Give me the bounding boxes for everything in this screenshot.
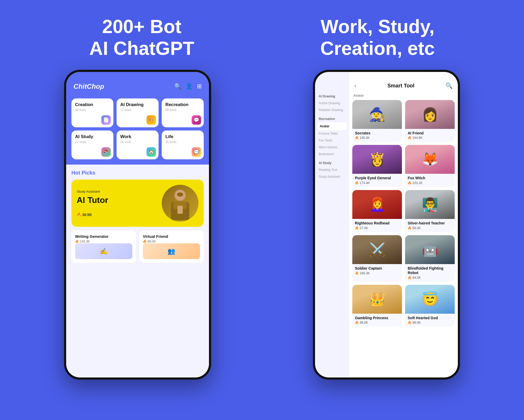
virtual-count: 🔥 68.0K bbox=[143, 240, 200, 243]
user-icon[interactable]: 👤 bbox=[186, 83, 193, 90]
card-count: 🔥 195.0K bbox=[355, 136, 399, 140]
grid-icon[interactable]: ⊞ bbox=[197, 83, 202, 90]
sidebar-item-realistic[interactable]: Realistic Drawing bbox=[315, 107, 349, 113]
category-life[interactable]: Life 30 tools 💬 bbox=[162, 130, 204, 159]
avatar-card[interactable]: 👸 Purple Eyed General 🔥 174.4K bbox=[352, 145, 402, 187]
recreation-sub: 56 tools bbox=[165, 108, 200, 112]
card-image: 👸 bbox=[352, 145, 402, 174]
phone-1: ChitChop 🔍 👤 ⊞ Creation 40 tools 📄 AI Dr… bbox=[64, 70, 211, 380]
section-label: Avatar bbox=[349, 92, 458, 100]
card-count: 🔥 174.4K bbox=[355, 181, 399, 185]
small-card-virtual[interactable]: Virtual Friend 🔥 68.0K 👥 bbox=[139, 230, 204, 263]
avatar-card[interactable]: 👨‍🏫 Silver-haired Teacher 🔥 68.0K bbox=[405, 190, 455, 232]
sidebar-header-recreation: Recreation bbox=[315, 116, 349, 122]
sidebar-header-ai-drawing: AI Drawing bbox=[315, 93, 349, 100]
card-image: 👑 bbox=[352, 285, 402, 314]
recreation-title: Recreation bbox=[165, 102, 200, 107]
featured-image bbox=[162, 185, 198, 222]
study-sub: 27 tools bbox=[75, 140, 110, 144]
sidebar-item-study[interactable]: Study Assistant bbox=[315, 173, 349, 180]
card-count: 🔥 27.0K bbox=[355, 226, 399, 230]
card-name: Purple Eyed General bbox=[355, 176, 399, 180]
app-logo: ChitChop bbox=[74, 82, 104, 91]
sidebar-item-word[interactable]: Word Games bbox=[315, 144, 349, 151]
creation-title: Creation bbox=[75, 102, 110, 107]
drawing-sub: 12 tools bbox=[120, 108, 155, 112]
hot-picks-label: Hot Picks bbox=[71, 170, 204, 176]
sidebar-item-avatar[interactable]: Avatar bbox=[317, 122, 347, 130]
svg-point-4 bbox=[177, 192, 183, 197]
category-work[interactable]: Work 26 tools 🏠 bbox=[117, 130, 159, 159]
small-card-writing[interactable]: Writing Generator 🔥 145.3K ✍️ bbox=[71, 230, 136, 263]
right-headline: Work, Study, Creation, etc bbox=[320, 16, 435, 59]
card-count: 🔥 164.9K bbox=[408, 136, 452, 140]
drawing-icon: 🎨 bbox=[146, 115, 156, 125]
featured-name: AI Tutor bbox=[77, 196, 162, 205]
category-ai-study[interactable]: AI Study 27 tools 📚 bbox=[71, 130, 113, 159]
avatar-card[interactable]: 👩 AI Friend 🔥 164.9K bbox=[405, 100, 455, 142]
search-icon[interactable]: 🔍 bbox=[446, 82, 453, 89]
search-icon[interactable]: 🔍 bbox=[174, 83, 181, 90]
card-name: Silver-haired Teacher bbox=[408, 221, 452, 225]
life-title: Life bbox=[165, 134, 200, 139]
card-name: Soldier Captain bbox=[355, 266, 399, 271]
card-name: Fox Witch bbox=[408, 176, 452, 180]
avatar-card[interactable]: 😇 Soft Hearted God 🔥 98.0K bbox=[405, 285, 455, 327]
sidebar-header-ai-study: AI Study bbox=[315, 160, 349, 166]
card-name: Soft Hearted God bbox=[408, 316, 452, 320]
card-image: ⚔️ bbox=[352, 235, 402, 264]
card-image: 🦊 bbox=[405, 145, 455, 174]
writing-image: ✍️ bbox=[75, 243, 132, 259]
left-headline: 200+ Bot AI ChatGPT bbox=[89, 16, 194, 59]
virtual-image: 👥 bbox=[143, 243, 200, 259]
work-sub: 26 tools bbox=[120, 140, 155, 144]
back-button[interactable]: ‹ bbox=[354, 82, 356, 89]
avatar-card[interactable]: 🤖 Blindfolded Fighting Robot 🔥 94.0K bbox=[405, 235, 455, 282]
page-title: Smart Tool bbox=[387, 83, 415, 89]
featured-card[interactable]: Study Assistant AI Tutor 🔥 30.5K bbox=[71, 180, 204, 227]
card-count: 🔥 98.0K bbox=[355, 321, 399, 324]
virtual-title: Virtual Friend bbox=[143, 234, 200, 239]
avatar-card[interactable]: 🧙 Socrates 🔥 195.0K bbox=[352, 100, 402, 142]
card-count: 🔥 166.3K bbox=[355, 271, 399, 275]
writing-count: 🔥 145.3K bbox=[75, 240, 132, 243]
life-icon: 💬 bbox=[192, 147, 201, 157]
category-creation[interactable]: Creation 40 tools 📄 bbox=[71, 98, 113, 127]
life-sub: 30 tools bbox=[165, 140, 200, 144]
card-image: 🤖 bbox=[405, 235, 455, 264]
svg-rect-5 bbox=[177, 206, 183, 214]
card-name: Righteous Redhead bbox=[355, 221, 399, 225]
avatar-card[interactable]: 🦊 Fox Witch 🔥 153.1K bbox=[405, 145, 455, 187]
sidebar-item-anime[interactable]: Anime Drawing bbox=[315, 100, 349, 107]
card-name: AI Friend bbox=[408, 131, 452, 135]
creation-sub: 40 tools bbox=[75, 108, 110, 112]
writing-title: Writing Generator bbox=[75, 234, 132, 239]
creation-icon: 📄 bbox=[101, 115, 111, 125]
card-image: 🧙 bbox=[352, 100, 402, 129]
category-ai-drawing[interactable]: AI Drawing 12 tools 🎨 bbox=[117, 98, 159, 127]
recreation-icon: 💬 bbox=[192, 115, 201, 125]
featured-tag: Study Assistant bbox=[77, 190, 162, 193]
phone-2: AI Drawing Anime Drawing Realistic Drawi… bbox=[313, 70, 460, 380]
work-icon: 🏠 bbox=[146, 147, 156, 157]
avatar-card[interactable]: 👩‍🦰 Righteous Redhead 🔥 27.0K bbox=[352, 190, 402, 232]
sidebar-item-brainstorm[interactable]: Brainstorm bbox=[315, 151, 349, 158]
sidebar-item-fortune[interactable]: Fortune Teller bbox=[315, 130, 349, 137]
sidebar: AI Drawing Anime Drawing Realistic Drawi… bbox=[315, 72, 349, 377]
sidebar-item-fun[interactable]: Fun Tests bbox=[315, 137, 349, 144]
sidebar-item-reading[interactable]: Reading Tool bbox=[315, 166, 349, 173]
card-image: 👩‍🦰 bbox=[352, 190, 402, 219]
card-image: 👨‍🏫 bbox=[405, 190, 455, 219]
card-count: 🔥 68.0K bbox=[408, 226, 452, 230]
work-title: Work bbox=[120, 134, 155, 139]
card-image: 👩 bbox=[405, 100, 455, 129]
avatar-card[interactable]: 👑 Gambling Princess 🔥 98.0K bbox=[352, 285, 402, 327]
drawing-title: AI Drawing bbox=[120, 102, 155, 107]
study-icon: 📚 bbox=[101, 147, 111, 157]
card-count: 🔥 98.0K bbox=[408, 321, 452, 324]
avatar-card[interactable]: ⚔️ Soldier Captain 🔥 166.3K bbox=[352, 235, 402, 282]
card-count: 🔥 153.1K bbox=[408, 181, 452, 185]
category-recreation[interactable]: Recreation 56 tools 💬 bbox=[162, 98, 204, 127]
study-title: AI Study bbox=[75, 134, 110, 139]
card-name: Socrates bbox=[355, 131, 399, 135]
